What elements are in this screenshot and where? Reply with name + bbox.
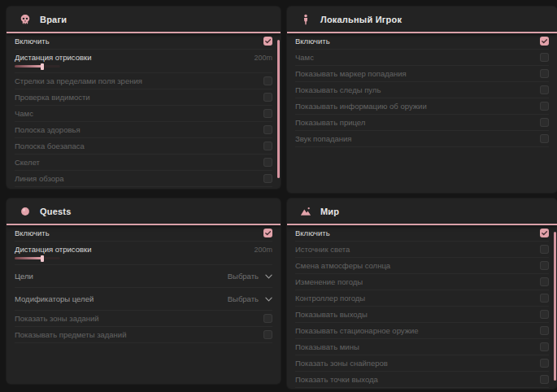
option-row[interactable]: Модификаторы целейВыбрать — [15, 288, 272, 311]
option-label: Включить — [295, 229, 330, 237]
panel-title: Мир — [320, 207, 339, 216]
option-row[interactable]: Включить — [295, 33, 549, 50]
option-row[interactable]: Стрелки за пределами поля зрения — [15, 73, 272, 89]
checkbox[interactable] — [540, 326, 549, 335]
option-row[interactable]: Показать зоны заданий — [15, 311, 272, 327]
option-label: Звук попадания — [295, 134, 352, 143]
option-label: Контроллер погоды — [295, 294, 365, 303]
option-row[interactable]: Показывать прицел — [295, 115, 549, 131]
checkbox[interactable] — [540, 85, 549, 94]
checkbox[interactable] — [540, 102, 549, 111]
option-row: Дистанция отрисовки200m — [15, 242, 272, 265]
mountain-icon — [300, 206, 311, 217]
option-row[interactable]: Показать точки выхода — [295, 372, 549, 388]
skull-icon — [20, 14, 31, 25]
option-row[interactable]: Показывать следы пуль — [295, 82, 549, 98]
checkbox[interactable] — [263, 314, 272, 323]
checkbox[interactable] — [540, 277, 549, 286]
checkbox[interactable] — [540, 261, 549, 270]
option-row[interactable]: Показывать информацию об оружии — [295, 98, 549, 115]
option-row: Дистанция отрисовки200m — [15, 50, 272, 73]
option-row[interactable]: Полоска боезапаса — [15, 138, 272, 155]
dropdown-value: Выбрать — [228, 294, 259, 303]
scrollbar-thumb[interactable] — [554, 232, 556, 381]
slider-thumb[interactable] — [41, 255, 44, 262]
option-row[interactable]: Включить — [15, 225, 272, 242]
option-row[interactable]: Показывать следы пуль — [15, 187, 272, 189]
option-label: Цели — [15, 272, 33, 281]
option-row[interactable]: Включить — [295, 225, 549, 242]
checkbox[interactable] — [263, 125, 272, 134]
checkbox[interactable] — [263, 158, 272, 167]
option-row[interactable]: Показывать выходы — [295, 307, 549, 323]
slider[interactable] — [15, 257, 60, 259]
option-label: Включить — [15, 37, 50, 46]
checkbox[interactable] — [540, 37, 549, 46]
panel-body: ВключитьДистанция отрисовки200mЦелиВыбра… — [7, 225, 281, 343]
panel-body: ВключитьЧамсПоказывать маркер попаданияП… — [287, 33, 557, 147]
orb-icon — [20, 206, 31, 217]
option-row[interactable]: Показывать стационарное оружие — [295, 323, 549, 339]
option-label: Полоска боезапаса — [15, 142, 85, 150]
slider[interactable] — [15, 65, 60, 68]
checkbox[interactable] — [263, 229, 272, 237]
option-label: Показывать прицел — [295, 118, 365, 127]
dropdown[interactable]: Выбрать — [228, 294, 272, 303]
option-row[interactable]: Показывать маркер попадания — [295, 66, 549, 82]
option-row[interactable]: Смена атмосферы солнца — [295, 258, 549, 274]
option-label: Показывать следы пуль — [295, 85, 381, 94]
checkbox[interactable] — [540, 245, 549, 254]
checkbox[interactable] — [540, 294, 549, 303]
panel-header: Мир — [287, 198, 557, 225]
panel-header: Quests — [7, 198, 281, 225]
option-label: Модификаторы целей — [15, 294, 94, 303]
option-row[interactable]: Проверка видимости — [15, 89, 272, 106]
option-row[interactable]: Звук попадания — [295, 131, 549, 147]
checkbox[interactable] — [263, 37, 272, 46]
checkbox[interactable] — [263, 76, 272, 85]
option-row[interactable]: Источник света — [295, 242, 549, 258]
option-row[interactable]: ЦелиВыбрать — [15, 265, 272, 288]
checkbox[interactable] — [540, 342, 549, 351]
dropdown[interactable]: Выбрать — [228, 272, 272, 281]
panel-title: Quests — [40, 207, 72, 216]
checkbox[interactable] — [263, 174, 272, 183]
checkbox[interactable] — [263, 93, 272, 102]
checkbox[interactable] — [540, 359, 549, 368]
option-row[interactable]: Скелет — [15, 155, 272, 171]
option-label: Источник света — [295, 245, 350, 254]
chevron-down-icon — [265, 297, 272, 302]
panel-title: Локальный Игрок — [320, 15, 402, 24]
checkbox[interactable] — [540, 375, 549, 384]
option-label: Включить — [15, 229, 50, 237]
option-label: Показать зоны заданий — [15, 314, 99, 323]
person-icon — [300, 14, 311, 25]
option-label: Смена атмосферы солнца — [295, 261, 390, 270]
option-row[interactable]: Показывать мины — [295, 339, 549, 355]
slider-thumb[interactable] — [41, 63, 44, 70]
checkbox[interactable] — [540, 118, 549, 127]
option-row[interactable]: Показать зоны снайперов — [295, 355, 549, 372]
checkbox[interactable] — [263, 330, 272, 339]
option-label: Показывать информацию об оружии — [295, 102, 427, 111]
checkbox[interactable] — [263, 142, 272, 150]
checkbox[interactable] — [540, 69, 549, 78]
option-row[interactable]: Чамс — [15, 106, 272, 122]
checkbox[interactable] — [540, 134, 549, 143]
option-row[interactable]: Включить — [15, 33, 272, 50]
option-label: Дистанция отрисовки — [15, 53, 91, 62]
option-row[interactable]: Контроллер погоды — [295, 290, 549, 307]
option-label: Скелет — [15, 158, 40, 167]
option-label: Линия обзора — [15, 174, 64, 183]
scrollbar-thumb[interactable] — [277, 40, 280, 178]
option-row[interactable]: Чамс — [295, 50, 549, 66]
option-row[interactable]: Линия обзора — [15, 171, 272, 187]
option-row[interactable]: Показывать предметы заданий — [15, 327, 272, 343]
checkbox[interactable] — [540, 229, 549, 237]
option-label: Показать зоны снайперов — [295, 359, 388, 368]
checkbox[interactable] — [540, 53, 549, 62]
option-row[interactable]: Изменение погоды — [295, 274, 549, 290]
checkbox[interactable] — [540, 310, 549, 319]
checkbox[interactable] — [263, 109, 272, 118]
option-row[interactable]: Полоска здоровья — [15, 122, 272, 138]
